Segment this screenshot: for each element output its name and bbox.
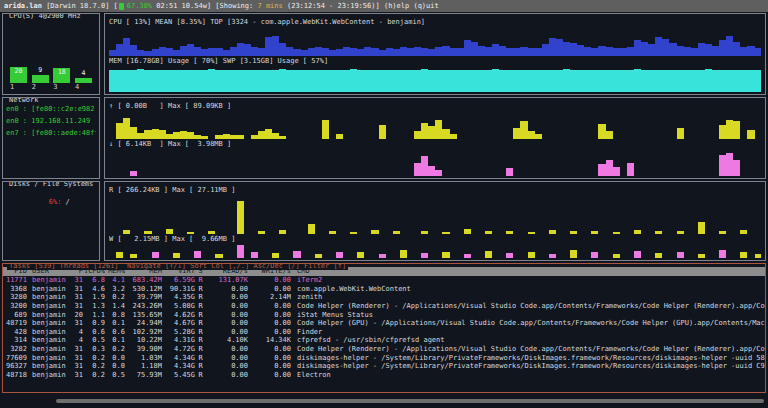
scrollbar[interactable]: [56, 399, 764, 403]
bar: [293, 70, 300, 92]
task-row[interactable]: 3280benjamin311.90.239.79M4.35GR0.002.14…: [3, 293, 765, 302]
bar: [428, 70, 435, 92]
bar: [591, 70, 598, 92]
cell-virt: 6.59G: [162, 276, 195, 285]
bar: [641, 42, 648, 56]
task-row[interactable]: 48719benjamin310.90.124.94M4.67GR0.000.0…: [3, 319, 765, 328]
battery-detail: 02:51 10.54w]: [152, 1, 215, 11]
cell-pid: 3368: [3, 285, 27, 294]
bar: [251, 252, 258, 258]
bar: [180, 46, 187, 56]
bar: [130, 127, 137, 139]
task-row[interactable]: 96327benjamin310.20.01.18M4.34GR0.000.00…: [3, 362, 765, 371]
network-section: Network en0 : [fe80::c2e:e982:5en0 : 192…: [0, 96, 768, 180]
bar: [563, 69, 570, 92]
task-row[interactable]: 11771benjamin316.84.1683.42M6.59GR131.07…: [3, 276, 765, 285]
cell-read: 0.00: [206, 354, 248, 363]
bar: [719, 70, 726, 92]
cpu-history-panel: CPU [ 13%] MEAN [8.35%] TOP [3324 - com.…: [104, 13, 766, 95]
bar: [180, 131, 187, 138]
cell-p: 4: [68, 336, 83, 345]
bar: [471, 42, 478, 56]
cpu-history-graph: [109, 27, 761, 56]
bar: [606, 131, 613, 139]
bar: [159, 130, 166, 138]
cell-write: 0.00: [248, 328, 291, 337]
bar: [684, 47, 691, 56]
cell-virt: 4.34G: [162, 362, 195, 371]
bottom-margin: [0, 394, 768, 408]
bar: [648, 44, 655, 56]
cell-s: R: [195, 276, 206, 285]
bar: [152, 70, 159, 92]
bar: [733, 42, 740, 57]
bar: [322, 120, 329, 139]
bar: [520, 47, 527, 56]
task-row[interactable]: 3200benjamin311.31.4243.26M5.08GR0.000.0…: [3, 302, 765, 311]
bar: [442, 70, 449, 92]
bar: [677, 128, 684, 138]
cell-cpu: 0.2: [83, 362, 105, 371]
bar: [237, 201, 244, 234]
cell-p: 31: [68, 362, 83, 371]
cell-read: 0.00: [206, 328, 248, 337]
bar: [258, 131, 265, 139]
battery-percent: 67.38%: [127, 1, 152, 11]
cell-p: 31: [68, 276, 83, 285]
cell-p: 31: [68, 354, 83, 363]
cpu-panel-title: CPU(S) 4@2900 MHz: [7, 13, 83, 20]
cell-memp: 0.1: [105, 319, 125, 328]
battery-icon: [119, 3, 124, 10]
bar: [485, 47, 492, 56]
task-row[interactable]: 48718benjamin310.20.575.93M5.45GR0.000.0…: [3, 371, 765, 380]
bar: [641, 70, 648, 92]
cell-cpu: 0.2: [83, 354, 105, 363]
bar: [393, 49, 400, 56]
task-row[interactable]: 77609benjamin310.20.01.03M4.34GR0.000.00…: [3, 354, 765, 363]
bar: [223, 70, 230, 92]
bar: [755, 48, 761, 56]
cell-memp: 0.2: [105, 345, 125, 354]
bar: [677, 252, 684, 258]
bar: [279, 43, 286, 56]
task-row[interactable]: 689benjamin201.10.8135.65M4.62GR0.000.00…: [3, 311, 765, 320]
bar: [414, 70, 421, 92]
cell-cpu: 4.6: [83, 285, 105, 294]
cell-cpu: 0.3: [83, 345, 105, 354]
bar: [634, 251, 641, 258]
cell-memp: 0.5: [105, 371, 125, 380]
cell-virt: 4.35G: [162, 293, 195, 302]
bar: [215, 48, 222, 56]
bar: [414, 163, 421, 176]
cell-write: 0.00: [248, 276, 291, 285]
cell-write: 0.00: [248, 311, 291, 320]
cell-cmd: zenith: [291, 293, 765, 302]
bar: [471, 70, 478, 92]
bar: [492, 44, 499, 56]
bar: [308, 224, 315, 234]
bar: [598, 124, 605, 138]
column-header-cmd[interactable]: CMD: [291, 267, 765, 276]
bar: [152, 252, 159, 258]
cell-cmd: diskimages-helper - /System/Library/Priv…: [291, 354, 765, 363]
bar: [166, 70, 173, 92]
cell-user: benjamin: [32, 371, 68, 380]
cell-mem: 1.18M: [125, 362, 162, 371]
bar: [669, 43, 676, 56]
bar: [698, 70, 705, 92]
bar: [421, 48, 428, 56]
bar: [591, 48, 598, 56]
bar: [464, 254, 471, 258]
task-row[interactable]: 428benjamin40.60.6102.92M5.28GR0.000.00F…: [3, 328, 765, 337]
task-row[interactable]: 3368benjamin314.63.2530.12M90.31GR0.000.…: [3, 285, 765, 294]
cell-virt: 4.67G: [162, 319, 195, 328]
cpu-core-label: 3: [53, 83, 70, 92]
task-row[interactable]: 3282benjamin310.30.239.90M4.72GR0.000.00…: [3, 345, 765, 354]
cell-pid: 314: [3, 336, 27, 345]
task-row[interactable]: 314benjamin40.50.110.22M4.31GR4.10K14.34…: [3, 336, 765, 345]
bar: [528, 48, 535, 56]
cell-s: R: [195, 336, 206, 345]
cell-user: benjamin: [32, 354, 68, 363]
bar: [542, 44, 549, 56]
bar: [613, 70, 620, 92]
